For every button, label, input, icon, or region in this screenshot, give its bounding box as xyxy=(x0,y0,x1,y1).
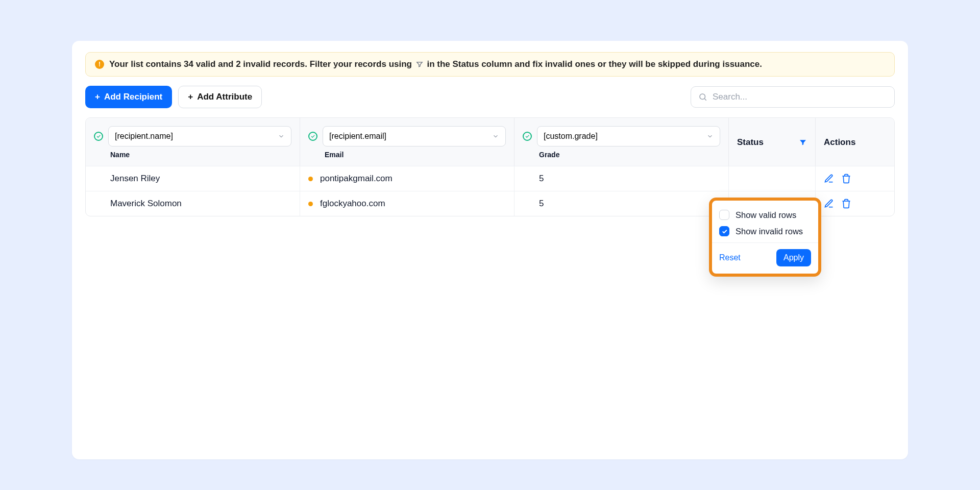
chevron-down-icon xyxy=(278,133,285,140)
alert-text-post: in the Status column and fix invalid one… xyxy=(427,59,762,69)
column-header-status: Status xyxy=(737,137,764,148)
chevron-down-icon xyxy=(492,133,499,140)
filter-option-invalid[interactable]: Show invalid rows xyxy=(719,226,811,236)
filter-icon xyxy=(415,60,424,68)
table-row: Jensen Riley pontipakgmail.com 5 xyxy=(86,166,894,191)
cell-name: Jensen Riley xyxy=(110,174,160,184)
search-icon xyxy=(698,92,707,102)
column-attr-select-email[interactable]: [recipient.email] xyxy=(323,126,506,146)
alert-text-pre: Your list contains 34 valid and 2 invali… xyxy=(109,59,412,69)
svg-point-0 xyxy=(700,94,705,100)
records-validity-alert: ! Your list contains 34 valid and 2 inva… xyxy=(85,52,895,77)
select-value: [recipient.email] xyxy=(329,132,386,141)
edit-button[interactable] xyxy=(824,174,834,184)
column-attr-select-name[interactable]: [recipient.name] xyxy=(108,126,291,146)
filter-reset-button[interactable]: Reset xyxy=(719,253,741,262)
checkbox-unchecked[interactable] xyxy=(719,210,729,220)
alert-text: Your list contains 34 valid and 2 invali… xyxy=(109,59,762,69)
add-recipient-button[interactable]: + Add Recipient xyxy=(85,86,172,108)
warning-dot-icon xyxy=(308,202,313,206)
column-header-email: Email xyxy=(325,151,506,159)
cell-grade: 5 xyxy=(539,199,544,209)
filter-option-label: Show valid rows xyxy=(736,210,796,220)
column-header-actions: Actions xyxy=(824,137,855,148)
check-circle-icon xyxy=(94,132,103,141)
filter-option-valid[interactable]: Show valid rows xyxy=(719,210,811,220)
add-attribute-button[interactable]: + Add Attribute xyxy=(178,86,262,108)
search-input[interactable] xyxy=(713,92,887,102)
add-recipient-label: Add Recipient xyxy=(104,92,162,102)
cell-grade: 5 xyxy=(539,174,544,184)
cell-email: fglockyahoo.com xyxy=(320,199,385,209)
toolbar: + Add Recipient + Add Attribute xyxy=(85,86,895,108)
filter-apply-button[interactable]: Apply xyxy=(776,249,811,266)
warning-icon: ! xyxy=(95,60,104,69)
delete-button[interactable] xyxy=(841,199,851,209)
delete-button[interactable] xyxy=(841,174,851,184)
status-filter-button[interactable] xyxy=(799,138,807,146)
plus-icon: + xyxy=(188,92,193,102)
checkbox-checked[interactable] xyxy=(719,226,729,236)
check-circle-icon xyxy=(308,132,317,141)
select-value: [recipient.name] xyxy=(115,132,173,141)
chevron-down-icon xyxy=(706,133,714,140)
cell-email: pontipakgmail.com xyxy=(320,174,393,184)
select-value: [custom.grade] xyxy=(544,132,598,141)
status-filter-popover: Show valid rows Show invalid rows Reset … xyxy=(709,198,821,277)
column-header-name: Name xyxy=(110,151,291,159)
plus-icon: + xyxy=(95,92,100,102)
column-attr-select-grade[interactable]: [custom.grade] xyxy=(537,126,720,146)
check-circle-icon xyxy=(523,132,532,141)
divider xyxy=(712,242,818,243)
warning-dot-icon xyxy=(308,177,313,181)
add-attribute-label: Add Attribute xyxy=(197,92,252,102)
column-header-grade: Grade xyxy=(539,151,720,159)
filter-option-label: Show invalid rows xyxy=(736,227,803,236)
cell-name: Maverick Solomon xyxy=(110,199,182,209)
edit-button[interactable] xyxy=(824,199,834,209)
search-box[interactable] xyxy=(691,86,895,108)
